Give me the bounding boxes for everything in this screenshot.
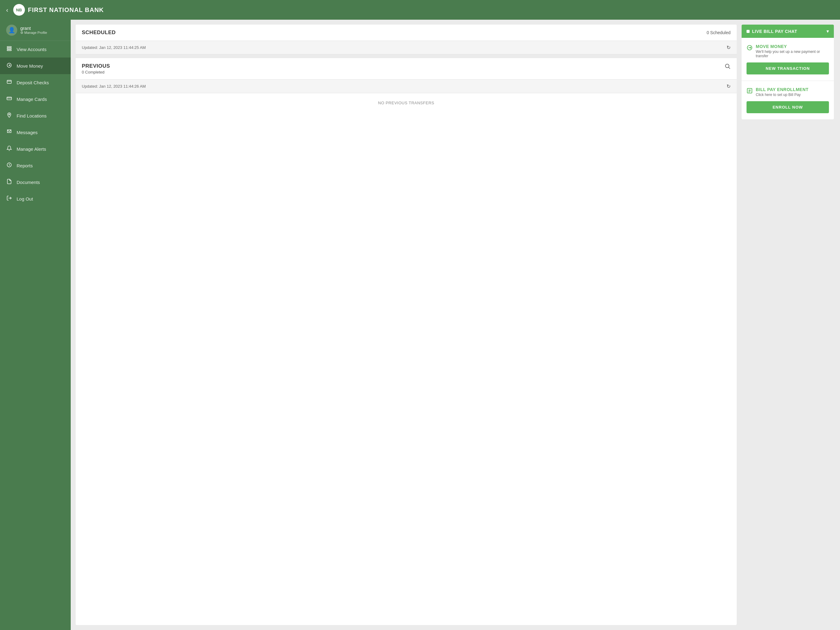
- live-chat-label: LIVE BILL PAY CHAT: [752, 29, 797, 34]
- new-transaction-button[interactable]: NEW TRANSACTION: [747, 62, 829, 74]
- scheduled-title: SCHEDULED: [82, 30, 115, 36]
- sidebar-label-move-money: Move Money: [17, 63, 43, 69]
- svg-rect-0: [7, 46, 11, 47]
- sidebar-label-manage-alerts: Manage Alerts: [17, 146, 46, 152]
- bank-name: FIRST NATIONAL BANK: [28, 6, 104, 14]
- sidebar-item-find-locations[interactable]: Find Locations: [0, 108, 71, 124]
- manage-alerts-icon: [6, 146, 12, 152]
- sidebar-nav: View Accounts Move Money Deposit Checks …: [0, 41, 71, 630]
- svg-rect-5: [7, 97, 12, 100]
- sidebar-item-deposit-checks[interactable]: Deposit Checks: [0, 74, 71, 91]
- svg-line-10: [729, 67, 730, 69]
- move-money-card-desc: We'll help you set up a new payment or t…: [756, 49, 829, 58]
- move-money-card-text: MOVE MONEY We'll help you set up a new p…: [756, 44, 829, 58]
- main-layout: 👤 grant ⚙ Manage Profile View Accounts M…: [0, 20, 840, 630]
- sidebar-item-manage-alerts[interactable]: Manage Alerts: [0, 141, 71, 157]
- move-money-card-header: MOVE MONEY We'll help you set up a new p…: [747, 44, 829, 58]
- chat-dot-icon: [747, 30, 750, 33]
- manage-profile-link[interactable]: ⚙ Manage Profile: [20, 31, 47, 35]
- sidebar-item-move-money[interactable]: Move Money: [0, 57, 71, 74]
- sidebar: 👤 grant ⚙ Manage Profile View Accounts M…: [0, 20, 71, 630]
- collapse-sidebar-button[interactable]: ‹: [6, 7, 8, 13]
- sidebar-label-reports: Reports: [17, 163, 33, 168]
- content-area: SCHEDULED 0 Scheduled Updated: Jan 12, 2…: [71, 20, 840, 630]
- bill-pay-card-text: BILL PAY ENROLLMENT Click here to set up…: [756, 87, 808, 97]
- scheduled-header: SCHEDULED 0 Scheduled: [76, 25, 737, 41]
- previous-title-block: PREVIOUS 0 Completed: [82, 63, 110, 74]
- avatar-icon: 👤: [8, 27, 15, 33]
- sidebar-label-view-accounts: View Accounts: [17, 47, 46, 52]
- previous-search-icon[interactable]: [725, 63, 731, 71]
- sidebar-item-manage-cards[interactable]: Manage Cards: [0, 91, 71, 108]
- sidebar-item-log-out[interactable]: Log Out: [0, 190, 71, 207]
- previous-update-text: Updated: Jan 12, 2023 11:44:26 AM: [82, 84, 146, 89]
- section-divider: [76, 54, 737, 58]
- live-chat-left: LIVE BILL PAY CHAT: [747, 29, 797, 34]
- sidebar-label-manage-cards: Manage Cards: [17, 97, 47, 102]
- bill-pay-card: BILL PAY ENROLLMENT Click here to set up…: [742, 81, 834, 119]
- main-panel: SCHEDULED 0 Scheduled Updated: Jan 12, 2…: [76, 25, 737, 625]
- previous-title: PREVIOUS: [82, 63, 110, 69]
- move-money-card-title: MOVE MONEY: [756, 44, 829, 49]
- documents-icon: [6, 179, 12, 185]
- chat-chevron-icon: ▾: [826, 28, 829, 34]
- top-header: ‹ NB FIRST NATIONAL BANK: [0, 0, 840, 20]
- user-info: grant ⚙ Manage Profile: [20, 25, 47, 35]
- svg-rect-4: [7, 80, 11, 84]
- reports-icon: [6, 162, 12, 169]
- no-transfers-message: NO PREVIOUS TRANSFERS: [76, 93, 737, 112]
- svg-point-9: [725, 64, 729, 68]
- scheduled-badge: 0 Scheduled: [707, 30, 731, 35]
- svg-rect-1: [7, 48, 11, 49]
- sidebar-label-documents: Documents: [17, 180, 40, 185]
- previous-subtitle: 0 Completed: [82, 70, 110, 74]
- view-accounts-icon: [6, 46, 12, 52]
- scheduled-refresh-icon[interactable]: ↻: [726, 44, 731, 51]
- sidebar-item-messages[interactable]: Messages: [0, 124, 71, 141]
- bill-pay-card-icon: [747, 88, 753, 95]
- sidebar-label-log-out: Log Out: [17, 196, 33, 201]
- sidebar-label-deposit-checks: Deposit Checks: [17, 80, 49, 85]
- sidebar-label-find-locations: Find Locations: [17, 113, 47, 119]
- bill-pay-card-header: BILL PAY ENROLLMENT Click here to set up…: [747, 87, 829, 97]
- bank-logo: NB FIRST NATIONAL BANK: [13, 4, 104, 16]
- user-name: grant: [20, 25, 47, 31]
- scheduled-update-bar: Updated: Jan 12, 2023 11:44:25 AM ↻: [76, 41, 737, 54]
- messages-icon: [6, 129, 12, 136]
- move-money-icon: [6, 62, 12, 69]
- previous-header: PREVIOUS 0 Completed: [76, 58, 737, 80]
- enroll-now-button[interactable]: ENROLL NOW: [747, 101, 829, 113]
- move-money-card: MOVE MONEY We'll help you set up a new p…: [742, 38, 834, 81]
- sidebar-label-messages: Messages: [17, 130, 38, 135]
- live-chat-bar[interactable]: LIVE BILL PAY CHAT ▾: [742, 25, 834, 38]
- find-locations-icon: [6, 112, 12, 119]
- svg-point-6: [9, 114, 10, 115]
- bill-pay-card-desc: Click here to set up Bill Pay: [756, 93, 808, 97]
- sidebar-item-documents[interactable]: Documents: [0, 174, 71, 190]
- user-avatar: 👤: [6, 25, 17, 36]
- scheduled-update-text: Updated: Jan 12, 2023 11:44:25 AM: [82, 45, 146, 50]
- bill-pay-card-title: BILL PAY ENROLLMENT: [756, 87, 808, 92]
- svg-rect-2: [7, 50, 11, 51]
- deposit-checks-icon: [6, 79, 12, 86]
- previous-update-bar: Updated: Jan 12, 2023 11:44:26 AM ↻: [76, 80, 737, 93]
- log-out-icon: [6, 195, 12, 202]
- right-cards: MOVE MONEY We'll help you set up a new p…: [742, 38, 834, 119]
- previous-refresh-icon[interactable]: ↻: [726, 83, 731, 89]
- move-money-card-icon: [747, 44, 753, 52]
- sidebar-user: 👤 grant ⚙ Manage Profile: [0, 20, 71, 41]
- sidebar-item-reports[interactable]: Reports: [0, 157, 71, 174]
- manage-cards-icon: [6, 96, 12, 103]
- bank-logo-circle: NB: [13, 4, 25, 16]
- right-panel: LIVE BILL PAY CHAT ▾ MOVE MONEY We'll he…: [742, 25, 834, 625]
- sidebar-item-view-accounts[interactable]: View Accounts: [0, 41, 71, 57]
